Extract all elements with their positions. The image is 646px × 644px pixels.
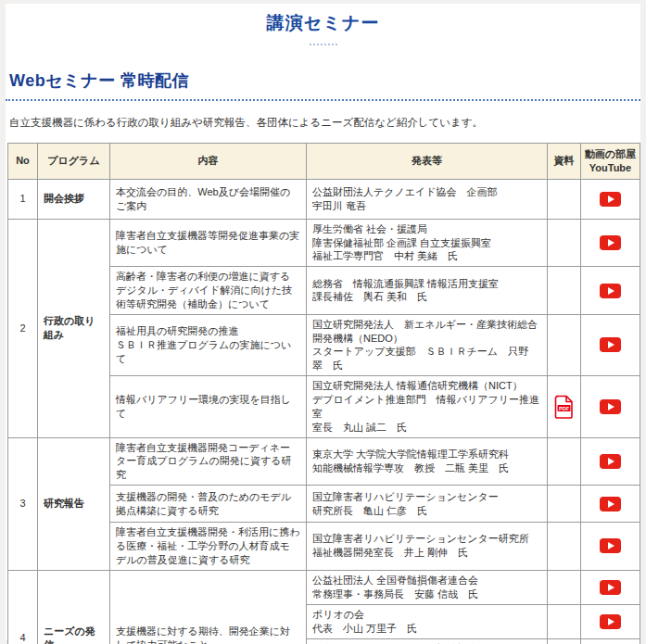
document-cell [548, 437, 581, 486]
document-cell [548, 523, 581, 571]
video-cell [581, 604, 640, 638]
video-cell [581, 314, 640, 375]
document-cell [548, 267, 581, 315]
content-cell: 障害者自立支援機器等開発促進事業の実施について [110, 219, 307, 267]
header-presenter: 発表等 [307, 144, 548, 180]
document-cell [548, 179, 581, 219]
video-cell [581, 523, 640, 571]
document-cell: PDF [548, 376, 581, 437]
content-cell: 福祉用具の研究開発の推進 ＳＢＩＲ推進プログラムの実施について [110, 314, 307, 375]
youtube-play-icon[interactable] [600, 337, 621, 352]
youtube-play-icon[interactable] [600, 399, 621, 414]
header-video: 動画の部屋 YouTube [581, 144, 640, 180]
row-no: 1 [8, 179, 38, 219]
section-divider [6, 99, 640, 101]
video-cell [581, 486, 640, 523]
youtube-play-icon[interactable] [600, 454, 621, 469]
document-cell [548, 604, 581, 638]
content-cell: 支援機器に対する期待、開発企業に対して協力可能なこと [110, 570, 307, 644]
header-program: プログラム [38, 144, 110, 180]
video-cell [581, 267, 640, 315]
page-title: 講演セミナー [6, 4, 640, 35]
document-cell [548, 486, 581, 523]
svg-text:PDF: PDF [559, 405, 570, 410]
presenter-cell: 国立障害者リハビリテーションセンター研究所 福祉機器開発室長 井上 剛伸 氏 [307, 523, 548, 571]
header-content: 内容 [110, 144, 307, 180]
intro-description: 自立支援機器に係わる行政の取り組みや研究報告、各団体によるニーズ配信など紹介して… [9, 116, 640, 130]
table-row: 3 研究報告 障害者自立支援機器開発コーディネーター育成プログラムの開発に資する… [8, 437, 640, 486]
presenter-cell: 公益社団法人 全国脊髄損傷者連合会 常務理事・事務局長 安藤 信哉 氏 [307, 570, 548, 604]
table-row: 4 ニーズの発信 支援機器に対する期待、開発企業に対して協力可能なこと 公益社団… [8, 570, 640, 604]
content-area: 講演セミナー Webセミナー 常時配信 自立支援機器に係わる行政の取り組みや研究… [6, 4, 640, 640]
document-cell [548, 570, 581, 604]
presenter-cell: 特定非営利活動法人 日本失語症協議会 理事長 園田 尚美 氏 [307, 638, 548, 644]
youtube-play-icon[interactable] [600, 284, 621, 298]
presenter-cell: 厚生労働省 社会・援護局 障害保健福祉部 企画課 自立支援振興室 福祉工学専門官… [307, 219, 548, 267]
presenter-cell: ポリオの会 代表 小山 万里子 氏 [307, 604, 548, 638]
content-cell: 支援機器の開発・普及のためのモデル拠点構築に資する研究 [110, 486, 307, 523]
document-cell [548, 219, 581, 267]
video-cell [581, 376, 640, 437]
content-cell: 高齢者・障害者の利便の増進に資するデジタル・ディバイド解消に向けた技術等研究開発… [110, 267, 307, 315]
seminar-table: No プログラム 内容 発表等 資料 動画の部屋 YouTube 1 開会挨拶 … [7, 143, 640, 644]
program-label: 開会挨拶 [38, 179, 110, 219]
document-cell [548, 638, 581, 644]
table-row: 1 開会挨拶 本交流会の目的、Web及び会場開催のご案内 公益財団法人テクノエイ… [8, 179, 640, 219]
header-document: 資料 [548, 144, 581, 180]
presenter-cell: 国立研究開発法人 情報通信研究機構（NICT） デプロイメント推進部門 情報バリ… [307, 376, 548, 437]
content-cell: 本交流会の目的、Web及び会場開催のご案内 [110, 179, 307, 219]
header-no: No [8, 144, 38, 180]
presenter-cell: 公益財団法人テクノエイド協会 企画部 宇田川 竜吾 [307, 179, 548, 219]
youtube-play-icon[interactable] [600, 235, 621, 250]
youtube-play-icon[interactable] [600, 497, 621, 511]
content-cell: 障害者自立支援機器開発コーディネーター育成プログラムの開発に資する研究 [110, 437, 307, 486]
content-cell: 障害者自立支援機器開発・利活用に携わる医療・福祉・工学分野の人材育成モデルの普及… [110, 523, 307, 571]
video-cell [581, 570, 640, 604]
program-label: 行政の取り組み [38, 219, 110, 437]
video-cell [581, 179, 640, 219]
section-heading: Webセミナー 常時配信 [9, 69, 640, 92]
table-header-row: No プログラム 内容 発表等 資料 動画の部屋 YouTube [8, 144, 640, 180]
row-no: 4 [8, 570, 38, 644]
youtube-play-icon[interactable] [600, 538, 621, 553]
row-no: 3 [8, 437, 38, 570]
video-cell [581, 437, 640, 486]
content-cell: 情報バリアフリー環境の実現を目指して [110, 376, 307, 437]
presenter-cell: 総務省 情報流通振興課 情報活用支援室 課長補佐 輿石 美和 氏 [307, 267, 548, 315]
program-label: ニーズの発信 [38, 570, 110, 644]
title-underline-decoration [310, 44, 337, 45]
presenter-cell: 国立研究開発法人 新エネルギー・産業技術総合開発機構（NEDO） スタートアップ… [307, 314, 548, 375]
program-label: 研究報告 [38, 437, 110, 570]
video-cell [581, 638, 640, 644]
video-cell [581, 219, 640, 267]
youtube-play-icon[interactable] [600, 580, 621, 595]
presenter-cell: 国立障害者リハビリテーションセンター 研究所長 亀山 仁彦 氏 [307, 486, 548, 523]
youtube-play-icon[interactable] [600, 614, 621, 629]
row-no: 2 [8, 219, 38, 437]
youtube-play-icon[interactable] [600, 192, 621, 207]
pdf-file-icon[interactable]: PDF [554, 395, 574, 419]
table-row: 2 行政の取り組み 障害者自立支援機器等開発促進事業の実施について 厚生労働省 … [8, 219, 640, 267]
presenter-cell: 東京大学 大学院大学院情報理工学系研究科 知能機械情報学専攻 教授 二瓶 美里 … [307, 437, 548, 486]
document-cell [548, 314, 581, 375]
